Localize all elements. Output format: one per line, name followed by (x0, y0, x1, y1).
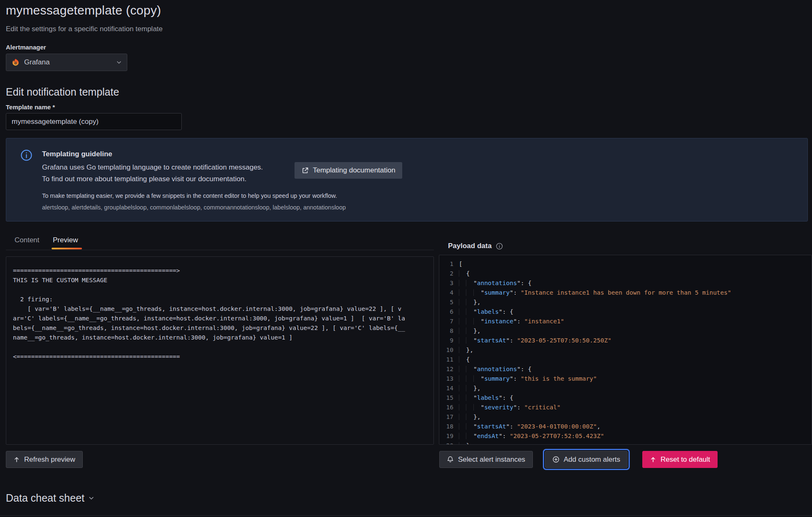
refresh-preview-button[interactable]: Refresh preview (6, 451, 83, 468)
code-line: 14 }, (439, 384, 812, 393)
guideline-snippets-intro: To make templating easier, we provide a … (42, 192, 337, 199)
code-line: 2 { (439, 269, 812, 278)
code-line: 19 "endsAt": "2023-05-27T07:52:05.423Z" (439, 431, 812, 441)
code-line: 8 }, (439, 326, 812, 336)
chevron-down-icon (88, 495, 94, 501)
code-line: 6 "labels": { (439, 307, 812, 317)
alertmanager-selected-value: Grafana (24, 58, 116, 66)
templating-documentation-label: Templating documentation (313, 166, 395, 175)
tab-preview[interactable]: Preview (53, 236, 78, 244)
code-line: 10 }, (439, 345, 812, 355)
arrow-up-icon (650, 456, 656, 463)
payload-json-editor[interactable]: 1[2 {3 "annotations": {4 "summary": "Ins… (439, 255, 812, 445)
grafana-flame-icon (11, 58, 20, 67)
code-line: 12 "annotations": { (439, 364, 812, 374)
bell-icon (447, 456, 454, 463)
add-custom-alerts-label: Add custom alerts (564, 455, 620, 464)
code-line: 3 "annotations": { (439, 278, 812, 288)
refresh-preview-label: Refresh preview (24, 455, 75, 464)
code-line: 1[ (439, 259, 812, 269)
alertmanager-select[interactable]: Grafana (6, 54, 127, 71)
template-preview-pane: ========================================… (6, 256, 434, 445)
data-cheat-sheet-label: Data cheat sheet (6, 492, 84, 504)
code-line: 20 } (439, 441, 812, 445)
page-subtitle: Edit the settings for a specific notific… (6, 25, 163, 33)
page-title: mymessagetemplate (copy) (6, 3, 161, 17)
info-circle-icon[interactable] (496, 243, 503, 250)
code-line: 11 { (439, 355, 812, 364)
guideline-text-line1: Grafana uses Go templating language to c… (42, 163, 263, 172)
template-name-input[interactable] (6, 113, 182, 130)
code-line: 13 "summary": "this is the summary" (439, 374, 812, 384)
content-preview-tabbar: Content Preview (6, 234, 434, 250)
code-line: 18 "startsAt": "2023-04-01T00:00:00Z", (439, 422, 812, 431)
alertmanager-label: Alertmanager (6, 44, 46, 51)
code-line: 4 "summary": "Instance instance1 has bee… (439, 288, 812, 298)
guideline-title: Templating guideline (42, 150, 112, 158)
reset-to-default-button[interactable]: Reset to default (642, 451, 718, 468)
circle-plus-icon (552, 456, 559, 463)
tab-content[interactable]: Content (15, 236, 40, 244)
code-line: 17 }, (439, 412, 812, 422)
bottom-divider (0, 515, 812, 516)
template-preview-text: ========================================… (6, 257, 433, 371)
external-link-icon (302, 167, 309, 174)
code-line: 9 "startsAt": "2023-05-25T07:50:50.250Z" (439, 336, 812, 345)
edit-template-heading: Edit notification template (6, 86, 119, 98)
reset-to-default-label: Reset to default (661, 455, 710, 464)
add-custom-alerts-button[interactable]: Add custom alerts (545, 451, 628, 468)
notification-template-editor-page: mymessagetemplate (copy) Edit the settin… (0, 0, 812, 517)
active-tab-underline (52, 248, 82, 249)
chevron-down-icon (116, 59, 122, 65)
select-alert-instances-button[interactable]: Select alert instances (439, 451, 533, 468)
data-cheat-sheet-toggle[interactable]: Data cheat sheet (6, 492, 94, 504)
code-line: 5 }, (439, 298, 812, 307)
templating-guideline-infobox: Templating guideline Grafana uses Go tem… (6, 138, 808, 222)
info-circle-icon (20, 149, 32, 161)
select-alert-instances-label: Select alert instances (458, 455, 525, 464)
payload-data-title: Payload data (448, 242, 492, 250)
code-line: 16 "severity": "critical" (439, 403, 812, 412)
guideline-snippets-list: alertsloop, alertdetails, grouplabelsloo… (42, 204, 346, 211)
templating-documentation-button[interactable]: Templating documentation (295, 162, 402, 179)
guideline-text-line2: To find out more about templating please… (42, 175, 246, 183)
code-line: 7 "instance": "instance1" (439, 317, 812, 326)
payload-data-header: Payload data (448, 242, 503, 250)
code-line: 15 "labels": { (439, 393, 812, 403)
arrow-up-icon (13, 456, 20, 463)
template-name-label: Template name * (6, 103, 55, 111)
